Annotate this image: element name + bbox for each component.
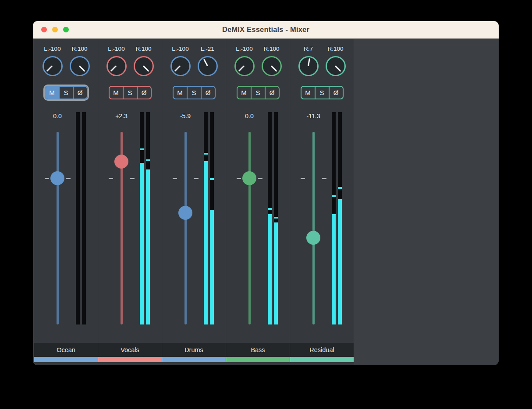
zero-db-tick-left [109, 178, 113, 179]
pan-knob-left[interactable] [234, 56, 255, 76]
titlebar: DeMIX Essentials - Mixer [33, 21, 499, 39]
channel-strip: L:-100 R:100 M S Ø +2.3 V [98, 39, 162, 365]
meter-bar-right [210, 112, 214, 324]
pan-right-value: R:100 [262, 46, 282, 52]
volume-fader [242, 132, 256, 324]
channel-strip: L:-100 R:100 M S Ø 0.0 Oc [34, 39, 98, 365]
channel-strip: L:-100 L:-21 M S Ø -5.9 D [162, 39, 226, 365]
channel-color-bar [290, 357, 354, 362]
knob-needle-icon [174, 66, 181, 72]
gain-value: -11.3 [290, 113, 337, 120]
zero-db-tick-right [194, 178, 199, 179]
mute-button[interactable]: M [46, 87, 59, 99]
window-title: DeMIX Essentials - Mixer [33, 21, 499, 38]
knob-needle-icon [143, 66, 149, 72]
zero-db-tick-right [322, 178, 326, 179]
fader-handle[interactable] [178, 206, 192, 220]
channel-color-bar [34, 357, 98, 362]
zero-db-tick-right [130, 178, 135, 179]
pan-left-value: L:-100 [170, 46, 191, 52]
level-meter [76, 112, 86, 324]
pan-knob-left[interactable] [170, 56, 191, 76]
meter-bar-right [146, 112, 150, 324]
pan-left-value: L:-100 [106, 46, 127, 52]
solo-button[interactable]: S [59, 87, 73, 99]
mute-solo-phase-group: M S Ø [109, 86, 152, 99]
solo-button[interactable]: S [187, 87, 201, 99]
level-meter [204, 112, 214, 324]
solo-button[interactable]: S [123, 87, 137, 99]
fader-track[interactable] [184, 132, 187, 324]
volume-fader [50, 132, 64, 324]
pan-left-value: R:7 [298, 46, 319, 52]
channel-strip: R:7 R:100 M S Ø -11.3 Res [290, 39, 354, 365]
meter-bar-right [338, 112, 342, 324]
pan-right-value: R:100 [326, 46, 346, 52]
knob-needle-icon [238, 66, 245, 72]
meter-bar-left [204, 112, 208, 324]
pan-knob-right[interactable] [262, 56, 282, 76]
gain-value: -5.9 [162, 113, 209, 120]
level-meter [332, 112, 342, 324]
zero-db-tick-left [173, 178, 177, 179]
fader-track[interactable] [312, 132, 315, 324]
pan-knob-left[interactable] [298, 56, 319, 76]
fader-handle[interactable] [242, 171, 256, 185]
pan-knob-right[interactable] [326, 56, 346, 76]
level-meter [268, 112, 278, 324]
volume-fader [114, 132, 128, 324]
knob-needle-icon [308, 58, 310, 66]
fader-handle[interactable] [114, 155, 128, 169]
phase-invert-button[interactable]: Ø [137, 87, 151, 99]
channel-name: Drums [162, 343, 226, 357]
zero-db-tick-right [66, 178, 71, 179]
fader-handle[interactable] [306, 231, 320, 245]
level-meter [140, 112, 150, 324]
volume-fader [178, 132, 192, 324]
pan-left-value: L:-100 [234, 46, 255, 52]
meter-bar-left [268, 112, 272, 324]
meter-bar-left [140, 112, 144, 324]
gain-value: +2.3 [98, 113, 145, 120]
channel-name: Ocean [34, 343, 98, 357]
pan-knob-left[interactable] [106, 56, 127, 76]
mute-button[interactable]: M [238, 87, 251, 99]
channel-name: Residual [290, 343, 354, 357]
phase-invert-button[interactable]: Ø [265, 87, 279, 99]
knob-needle-icon [203, 59, 208, 67]
fader-track[interactable] [57, 132, 59, 324]
knob-needle-icon [79, 66, 85, 72]
gain-value: 0.0 [34, 113, 81, 120]
meter-bar-left [332, 112, 336, 324]
zero-db-tick-right [258, 178, 262, 179]
channel-strip: L:-100 R:100 M S Ø 0.0 Ba [226, 39, 290, 365]
channel-name: Vocals [98, 343, 162, 357]
knob-needle-icon [46, 66, 53, 72]
phase-invert-button[interactable]: Ø [329, 87, 343, 99]
fader-track[interactable] [248, 132, 251, 324]
knob-needle-icon [271, 66, 277, 72]
phase-invert-button[interactable]: Ø [73, 87, 87, 99]
mixer-window: DeMIX Essentials - Mixer L:-100 R:100 M … [33, 21, 499, 365]
pan-knob-right[interactable] [198, 56, 218, 76]
pan-knob-left[interactable] [43, 56, 63, 76]
solo-button[interactable]: S [315, 87, 329, 99]
pan-right-value: L:-21 [198, 46, 218, 52]
zero-db-tick-left [237, 178, 241, 179]
mute-button[interactable]: M [110, 87, 123, 99]
volume-fader [306, 132, 320, 324]
pan-right-value: R:100 [70, 46, 90, 52]
zero-db-tick-left [301, 178, 305, 179]
pan-knob-right[interactable] [134, 56, 154, 76]
pan-knob-right[interactable] [70, 56, 90, 76]
channel-color-bar [226, 357, 290, 362]
channel-color-bar [98, 357, 162, 362]
fader-handle[interactable] [50, 171, 64, 185]
mute-button[interactable]: M [301, 87, 315, 99]
knob-needle-icon [335, 66, 341, 72]
solo-button[interactable]: S [251, 87, 265, 99]
channel-name: Bass [226, 343, 290, 357]
phase-invert-button[interactable]: Ø [201, 87, 215, 99]
gain-value: 0.0 [226, 113, 273, 120]
mute-button[interactable]: M [174, 87, 187, 99]
